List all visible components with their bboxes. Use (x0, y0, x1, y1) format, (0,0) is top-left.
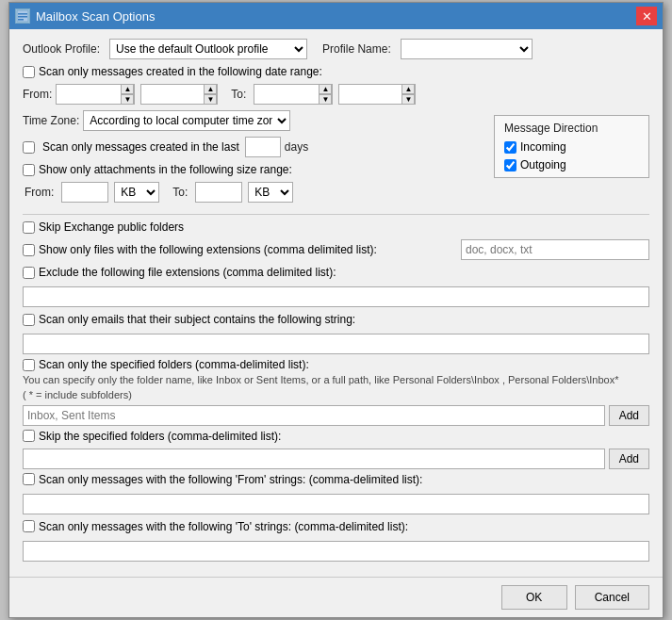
extensions-show-checkbox[interactable] (23, 244, 35, 256)
extensions-show-label[interactable]: Show only files with the following exten… (23, 243, 457, 256)
from-date-up[interactable]: ▲ (121, 84, 134, 94)
last-days-checkbox[interactable] (23, 141, 35, 154)
folders-scan-input[interactable] (23, 405, 605, 426)
date-range-checkbox[interactable] (23, 66, 35, 78)
attachments-checkbox[interactable] (23, 164, 35, 176)
from-time-group: 12:00:00 Al ▲ ▼ (140, 84, 218, 105)
right-column: Message Direction Incoming Outgoing (484, 110, 649, 208)
extensions-exclude-label[interactable]: Exclude the following file extensions (c… (23, 266, 336, 279)
size-to-label: To: (172, 186, 188, 199)
folders-skip-input[interactable] (23, 449, 605, 469)
size-row: From: 0 KBMB To: 1000 KBMB (23, 182, 484, 203)
size-from-unit[interactable]: KBMB (114, 182, 159, 203)
attachments-label[interactable]: Show only attachments in the following s… (23, 163, 292, 176)
from-time-input[interactable]: 12:00:00 Al (141, 85, 204, 104)
message-direction-box: Message Direction Incoming Outgoing (494, 115, 649, 178)
from-to-date-row: From: 3/ 1/2013 ▲ ▼ 12:00:00 Al ▲ ▼ To: … (23, 84, 649, 105)
cancel-button[interactable]: Cancel (575, 585, 649, 610)
extensions-show-row: Show only files with the following exten… (23, 239, 649, 260)
from-time-up[interactable]: ▲ (204, 84, 217, 94)
close-button[interactable]: ✕ (636, 7, 657, 25)
main-body: Time Zone: According to local computer t… (23, 110, 649, 208)
to-filter-label[interactable]: Scan only messages with the following 'T… (23, 520, 408, 533)
last-days-input[interactable]: 5 (245, 137, 281, 157)
outgoing-label[interactable]: Outgoing (504, 158, 639, 171)
from-label: From: (23, 88, 52, 101)
bottom-bar: OK Cancel (9, 577, 663, 617)
from-filter-row: Scan only messages with the following 'F… (23, 473, 649, 486)
left-column: Time Zone: According to local computer t… (23, 110, 484, 208)
to-date-up[interactable]: ▲ (319, 84, 332, 94)
exchange-checkbox[interactable] (23, 221, 35, 234)
to-time-group: 12:00:00 Al ▲ ▼ (338, 84, 416, 105)
from-date-input[interactable]: 3/ 1/2013 (57, 85, 121, 104)
folders-scan-input-row: Add (23, 405, 649, 426)
extensions-exclude-checkbox[interactable] (23, 267, 35, 279)
profile-row: Outlook Profile: Use the default Outlook… (23, 39, 649, 59)
timezone-select[interactable]: According to local computer time zone (83, 110, 290, 131)
dialog-content: Outlook Profile: Use the default Outlook… (9, 29, 663, 573)
from-filter-label[interactable]: Scan only messages with the following 'F… (23, 473, 422, 486)
window-title: Mailbox Scan Options (36, 9, 155, 24)
last-days-label[interactable]: Scan only messages created in the last (23, 140, 239, 154)
subject-filter-label[interactable]: Scan only emails that their subject cont… (23, 313, 355, 326)
date-range-row: Scan only messages created in the follow… (23, 65, 649, 78)
ok-button[interactable]: OK (501, 585, 567, 610)
svg-rect-1 (18, 13, 27, 15)
date-range-checkbox-label[interactable]: Scan only messages created in the follow… (23, 65, 322, 78)
outlook-profile-label: Outlook Profile: (23, 42, 100, 56)
timezone-row: Time Zone: According to local computer t… (23, 110, 484, 131)
svg-rect-2 (18, 16, 27, 18)
exchange-label[interactable]: Skip Exchange public folders (23, 220, 184, 234)
from-time-down[interactable]: ▼ (204, 94, 217, 105)
size-from-input[interactable]: 0 (61, 182, 108, 203)
subject-filter-input[interactable] (23, 334, 649, 354)
to-filter-input[interactable] (23, 541, 649, 562)
title-bar: Mailbox Scan Options ✕ (9, 3, 663, 29)
to-date-down[interactable]: ▼ (319, 94, 332, 105)
days-suffix: days (285, 140, 308, 154)
folders-scan-checkbox[interactable] (23, 359, 35, 371)
size-to-input[interactable]: 1000 (195, 182, 242, 203)
extensions-exclude-input[interactable] (23, 286, 649, 307)
folders-skip-input-row: Add (23, 449, 649, 469)
to-date-input[interactable]: 4/ 1/2013 (254, 85, 319, 104)
extensions-show-input[interactable] (461, 239, 649, 260)
folders-scan-section: Scan only the specified folders (comma-d… (23, 358, 649, 371)
folders-skip-label[interactable]: Skip the specified folders (comma-delimi… (23, 430, 281, 443)
to-time-up[interactable]: ▲ (402, 84, 415, 94)
subject-filter-checkbox[interactable] (23, 314, 35, 326)
from-filter-input[interactable] (23, 494, 649, 514)
folders-skip-checkbox[interactable] (23, 430, 35, 442)
timezone-label: Time Zone: (23, 114, 79, 127)
to-label: To: (231, 88, 246, 101)
from-filter-checkbox[interactable] (23, 473, 35, 485)
size-from-label: From: (25, 186, 54, 199)
exchange-row: Skip Exchange public folders (23, 220, 649, 234)
profile-name-select[interactable] (401, 39, 533, 59)
extensions-exclude-row: Exclude the following file extensions (c… (23, 266, 649, 279)
outgoing-checkbox[interactable] (504, 159, 516, 171)
to-date-group: 4/ 1/2013 ▲ ▼ (254, 84, 333, 105)
window-icon (15, 8, 30, 24)
from-date-down[interactable]: ▼ (121, 94, 134, 105)
outlook-profile-select[interactable]: Use the default Outlook profile (109, 39, 307, 59)
attachments-row: Show only attachments in the following s… (23, 163, 484, 176)
folders-skip-add-button[interactable]: Add (609, 449, 649, 469)
last-days-row: Scan only messages created in the last 5… (23, 137, 484, 157)
message-direction-title: Message Direction (504, 122, 639, 135)
folders-skip-row: Skip the specified folders (comma-delimi… (23, 430, 649, 443)
size-to-unit[interactable]: KBMB (248, 182, 293, 203)
to-filter-checkbox[interactable] (23, 520, 35, 532)
from-date-group: 3/ 1/2013 ▲ ▼ (56, 84, 135, 105)
incoming-checkbox[interactable] (504, 141, 516, 154)
folders-scan-add-button[interactable]: Add (609, 405, 649, 426)
to-time-input[interactable]: 12:00:00 Al (339, 85, 402, 104)
main-window: Mailbox Scan Options ✕ Outlook Profile: … (8, 2, 664, 618)
to-filter-row: Scan only messages with the following 'T… (23, 520, 649, 533)
folders-scan-label[interactable]: Scan only the specified folders (comma-d… (23, 358, 309, 371)
folders-scan-desc: You can specify only the folder name, li… (23, 373, 649, 402)
subject-filter-row: Scan only emails that their subject cont… (23, 313, 649, 326)
incoming-label[interactable]: Incoming (504, 140, 639, 154)
to-time-down[interactable]: ▼ (402, 94, 415, 105)
